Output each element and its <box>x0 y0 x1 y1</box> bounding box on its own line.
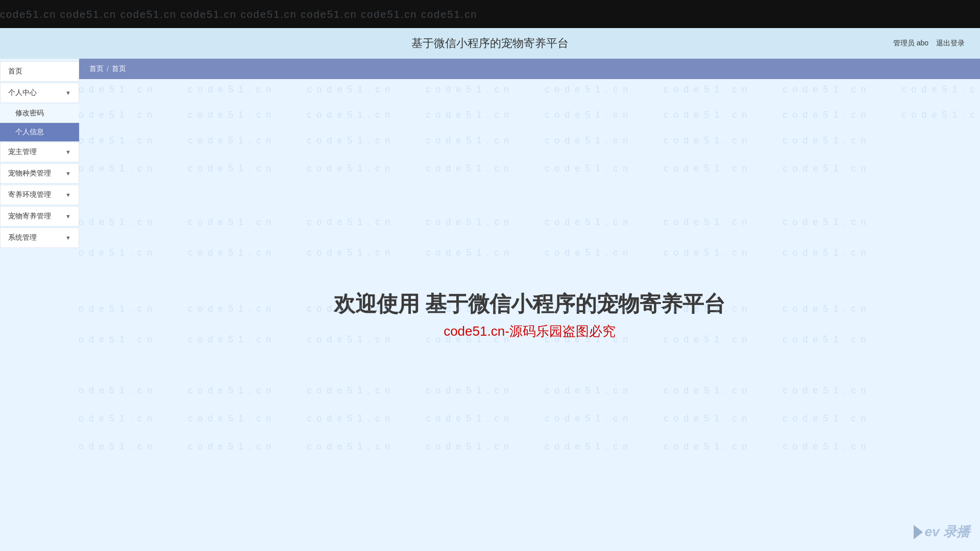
sidebar-item-pet-owner-label: 宠主管理 <box>8 147 37 157</box>
breadcrumb-bar: 首页 / 首页 <box>79 59 980 79</box>
sidebar-item-system[interactable]: 系统管理 ▼ <box>0 228 79 248</box>
content-area: 首页 / 首页 code51.cn code51.cn code51.cn co… <box>79 59 980 551</box>
change-pwd-label: 修改密码 <box>15 109 44 117</box>
wm-r9: code51.cn code51.cn code51.cn code51.cn … <box>79 385 871 396</box>
sidebar-item-personal-label: 个人中心 <box>8 88 37 97</box>
breadcrumb-separator: / <box>107 65 109 73</box>
wm-r3: code51.cn code51.cn code51.cn code51.cn … <box>79 135 871 146</box>
personal-submenu: 修改密码 个人信息 <box>0 104 79 142</box>
sidebar-item-foster-mgmt[interactable]: 宠物寄养管理 ▼ <box>0 206 79 227</box>
sidebar-item-pet-owner[interactable]: 宠主管理 ▼ <box>0 142 79 162</box>
welcome-area: code51.cn code51.cn code51.cn code51.cn … <box>79 79 980 551</box>
wm-r4: code51.cn code51.cn code51.cn code51.cn … <box>79 163 871 174</box>
personal-info-label: 个人信息 <box>15 128 44 136</box>
chevron-right-icon-system: ▼ <box>65 235 71 241</box>
chevron-right-icon-fostermgmt: ▼ <box>65 213 71 219</box>
admin-label: 管理员 abo <box>893 39 928 48</box>
welcome-sub-text: code51.cn-源码乐园盗图必究 <box>334 322 726 340</box>
sidebar-item-home[interactable]: 首页 <box>0 61 79 82</box>
sidebar-item-personal[interactable]: 个人中心 ▼ <box>0 83 79 103</box>
chevron-right-icon-pettype: ▼ <box>65 170 71 177</box>
breadcrumb-home-link[interactable]: 首页 <box>89 64 104 73</box>
wm-r6: code51.cn code51.cn code51.cn code51.cn … <box>79 247 871 258</box>
wm-r5: code51.cn code51.cn code51.cn code51.cn … <box>79 217 871 228</box>
sidebar-sub-item-personal-info[interactable]: 个人信息 <box>0 123 79 142</box>
header: 基于微信小程序的宠物寄养平台 管理员 abo 退出登录 <box>0 28 980 59</box>
bottom-right-logo: ev 录播 <box>914 523 970 541</box>
chevron-down-icon: ▼ <box>65 90 71 96</box>
sidebar-item-foster-env-label: 寄养环境管理 <box>8 190 51 199</box>
header-title: 基于微信小程序的宠物寄养平台 <box>411 36 569 51</box>
sidebar-sub-item-change-pwd[interactable]: 修改密码 <box>0 104 79 123</box>
logout-button[interactable]: 退出登录 <box>936 39 965 48</box>
welcome-box: 欢迎使用 基于微信小程序的宠物寄养平台 code51.cn-源码乐园盗图必究 <box>334 290 726 340</box>
sidebar-item-pet-type[interactable]: 宠物种类管理 ▼ <box>0 163 79 184</box>
logo-text: ev 录播 <box>925 523 970 541</box>
wm-r10: code51.cn code51.cn code51.cn code51.cn … <box>79 413 871 424</box>
welcome-main-text: 欢迎使用 基于微信小程序的宠物寄养平台 <box>334 290 726 318</box>
sidebar-item-foster-mgmt-label: 宠物寄养管理 <box>8 212 51 221</box>
sidebar-item-foster-env[interactable]: 寄养环境管理 ▼ <box>0 185 79 205</box>
wm-r11: code51.cn code51.cn code51.cn code51.cn … <box>79 441 871 452</box>
breadcrumb-current: 首页 <box>112 64 126 73</box>
wm-r1: code51.cn code51.cn code51.cn code51.cn … <box>79 84 980 95</box>
chevron-right-icon-fosterenv: ▼ <box>65 192 71 198</box>
wm-r2: code51.cn code51.cn code51.cn code51.cn … <box>79 110 980 120</box>
main-layout: 首页 个人中心 ▼ 修改密码 个人信息 宠主管理 ▼ 宠物种类管理 ▼ <box>0 59 980 551</box>
sidebar-item-system-label: 系统管理 <box>8 233 37 242</box>
sidebar-item-home-label: 首页 <box>8 67 22 76</box>
top-black-bar <box>0 0 980 28</box>
header-right: 管理员 abo 退出登录 <box>893 39 965 48</box>
sidebar-item-pet-type-label: 宠物种类管理 <box>8 169 51 178</box>
sidebar: 首页 个人中心 ▼ 修改密码 个人信息 宠主管理 ▼ 宠物种类管理 ▼ <box>0 59 79 551</box>
chevron-right-icon-petowner: ▼ <box>65 149 71 155</box>
logo-arrow-icon <box>914 525 923 539</box>
